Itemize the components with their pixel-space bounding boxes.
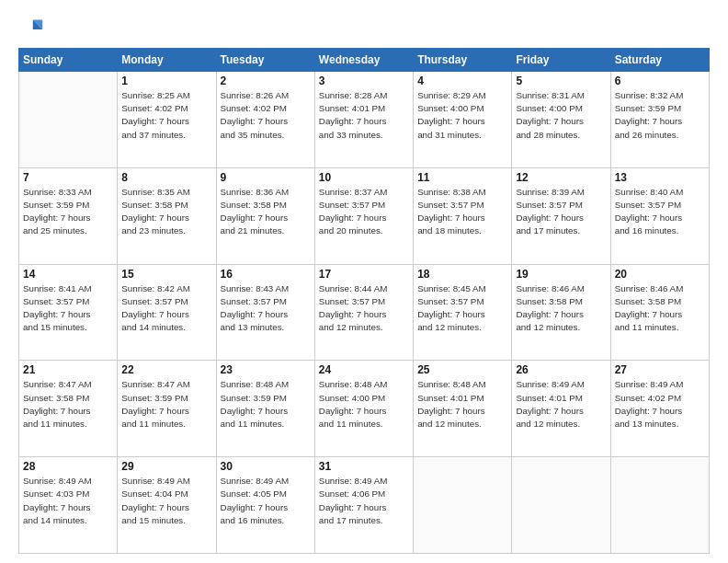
cell-info: Sunrise: 8:42 AM Sunset: 3:57 PM Dayligh… <box>121 282 211 335</box>
calendar-cell: 4Sunrise: 8:29 AM Sunset: 4:00 PM Daylig… <box>414 72 512 168</box>
page: SundayMondayTuesdayWednesdayThursdayFrid… <box>0 0 728 563</box>
calendar-cell: 3Sunrise: 8:28 AM Sunset: 4:01 PM Daylig… <box>314 72 413 168</box>
calendar-cell: 26Sunrise: 8:49 AM Sunset: 4:01 PM Dayli… <box>512 361 610 457</box>
calendar-cell: 23Sunrise: 8:48 AM Sunset: 3:59 PM Dayli… <box>216 361 314 457</box>
calendar-cell: 13Sunrise: 8:40 AM Sunset: 3:57 PM Dayli… <box>610 167 709 264</box>
cell-info: Sunrise: 8:36 AM Sunset: 3:58 PM Dayligh… <box>221 186 311 238</box>
calendar-cell: 17Sunrise: 8:44 AM Sunset: 3:57 PM Dayli… <box>314 264 413 361</box>
day-number: 27 <box>615 363 705 376</box>
cell-info: Sunrise: 8:43 AM Sunset: 3:57 PM Dayligh… <box>221 282 311 335</box>
day-number: 17 <box>319 268 409 281</box>
week-row-1: 7Sunrise: 8:33 AM Sunset: 3:59 PM Daylig… <box>19 167 710 264</box>
day-number: 6 <box>615 75 705 87</box>
cell-info: Sunrise: 8:26 AM Sunset: 4:02 PM Dayligh… <box>221 89 311 142</box>
cell-info: Sunrise: 8:25 AM Sunset: 4:02 PM Dayligh… <box>121 89 211 142</box>
cell-info: Sunrise: 8:48 AM Sunset: 4:01 PM Dayligh… <box>417 378 507 431</box>
cell-info: Sunrise: 8:46 AM Sunset: 3:58 PM Dayligh… <box>516 282 606 335</box>
calendar-cell: 24Sunrise: 8:48 AM Sunset: 4:00 PM Dayli… <box>314 361 413 457</box>
cell-info: Sunrise: 8:48 AM Sunset: 3:59 PM Dayligh… <box>221 378 311 431</box>
cell-info: Sunrise: 8:49 AM Sunset: 4:05 PM Dayligh… <box>221 475 311 527</box>
week-row-0: 1Sunrise: 8:25 AM Sunset: 4:02 PM Daylig… <box>19 72 710 168</box>
day-number: 30 <box>221 460 311 473</box>
calendar-cell: 6Sunrise: 8:32 AM Sunset: 3:59 PM Daylig… <box>610 72 709 168</box>
cell-info: Sunrise: 8:47 AM Sunset: 3:58 PM Dayligh… <box>23 378 113 431</box>
cell-info: Sunrise: 8:49 AM Sunset: 4:02 PM Dayligh… <box>615 378 705 431</box>
day-number: 29 <box>121 460 211 473</box>
cell-info: Sunrise: 8:41 AM Sunset: 3:57 PM Dayligh… <box>23 282 113 335</box>
calendar-cell: 25Sunrise: 8:48 AM Sunset: 4:01 PM Dayli… <box>414 361 512 457</box>
cell-info: Sunrise: 8:44 AM Sunset: 3:57 PM Dayligh… <box>319 282 409 335</box>
cell-info: Sunrise: 8:49 AM Sunset: 4:04 PM Dayligh… <box>121 475 211 527</box>
cell-info: Sunrise: 8:32 AM Sunset: 3:59 PM Dayligh… <box>615 89 705 142</box>
weekday-header-tuesday: Tuesday <box>216 49 314 72</box>
day-number: 1 <box>121 75 211 87</box>
day-number: 21 <box>23 363 113 376</box>
calendar-cell: 5Sunrise: 8:31 AM Sunset: 4:00 PM Daylig… <box>512 72 610 168</box>
week-row-2: 14Sunrise: 8:41 AM Sunset: 3:57 PM Dayli… <box>19 264 710 361</box>
cell-info: Sunrise: 8:49 AM Sunset: 4:01 PM Dayligh… <box>516 378 606 431</box>
calendar-cell: 31Sunrise: 8:49 AM Sunset: 4:06 PM Dayli… <box>314 457 413 554</box>
day-number: 2 <box>221 75 311 87</box>
day-number: 23 <box>221 363 311 376</box>
calendar-cell: 21Sunrise: 8:47 AM Sunset: 3:58 PM Dayli… <box>19 361 118 457</box>
day-number: 16 <box>221 268 311 281</box>
calendar-cell: 9Sunrise: 8:36 AM Sunset: 3:58 PM Daylig… <box>216 167 314 264</box>
day-number: 22 <box>121 363 211 376</box>
calendar-cell: 8Sunrise: 8:35 AM Sunset: 3:58 PM Daylig… <box>118 167 216 264</box>
calendar-cell: 14Sunrise: 8:41 AM Sunset: 3:57 PM Dayli… <box>19 264 118 361</box>
cell-info: Sunrise: 8:29 AM Sunset: 4:00 PM Dayligh… <box>417 89 507 142</box>
day-number: 15 <box>121 268 211 281</box>
calendar-body: 1Sunrise: 8:25 AM Sunset: 4:02 PM Daylig… <box>19 72 710 554</box>
day-number: 20 <box>615 268 705 281</box>
logo <box>18 17 48 42</box>
logo-icon <box>18 17 44 42</box>
calendar-cell: 2Sunrise: 8:26 AM Sunset: 4:02 PM Daylig… <box>216 72 314 168</box>
cell-info: Sunrise: 8:39 AM Sunset: 3:57 PM Dayligh… <box>516 186 606 238</box>
weekday-header-thursday: Thursday <box>414 49 512 72</box>
calendar-cell <box>610 457 709 554</box>
day-number: 4 <box>417 75 507 87</box>
week-row-3: 21Sunrise: 8:47 AM Sunset: 3:58 PM Dayli… <box>19 361 710 457</box>
day-number: 24 <box>319 363 409 376</box>
calendar-cell: 15Sunrise: 8:42 AM Sunset: 3:57 PM Dayli… <box>118 264 216 361</box>
cell-info: Sunrise: 8:28 AM Sunset: 4:01 PM Dayligh… <box>319 89 409 142</box>
calendar-cell: 18Sunrise: 8:45 AM Sunset: 3:57 PM Dayli… <box>414 264 512 361</box>
day-number: 31 <box>319 460 409 473</box>
calendar-cell <box>19 72 118 168</box>
day-number: 9 <box>221 171 311 184</box>
calendar-cell: 29Sunrise: 8:49 AM Sunset: 4:04 PM Dayli… <box>118 457 216 554</box>
cell-info: Sunrise: 8:33 AM Sunset: 3:59 PM Dayligh… <box>23 186 113 238</box>
weekday-header-monday: Monday <box>118 49 216 72</box>
day-number: 18 <box>417 268 507 281</box>
day-number: 11 <box>417 171 507 184</box>
calendar-cell: 27Sunrise: 8:49 AM Sunset: 4:02 PM Dayli… <box>610 361 709 457</box>
weekday-header-wednesday: Wednesday <box>314 49 413 72</box>
calendar-cell: 30Sunrise: 8:49 AM Sunset: 4:05 PM Dayli… <box>216 457 314 554</box>
cell-info: Sunrise: 8:49 AM Sunset: 4:03 PM Dayligh… <box>23 475 113 527</box>
calendar-header: SundayMondayTuesdayWednesdayThursdayFrid… <box>19 49 710 72</box>
day-number: 13 <box>615 171 705 184</box>
day-number: 5 <box>516 75 606 87</box>
cell-info: Sunrise: 8:46 AM Sunset: 3:58 PM Dayligh… <box>615 282 705 335</box>
cell-info: Sunrise: 8:48 AM Sunset: 4:00 PM Dayligh… <box>319 378 409 431</box>
cell-info: Sunrise: 8:31 AM Sunset: 4:00 PM Dayligh… <box>516 89 606 142</box>
calendar-cell <box>512 457 610 554</box>
weekday-header-friday: Friday <box>512 49 610 72</box>
cell-info: Sunrise: 8:47 AM Sunset: 3:59 PM Dayligh… <box>121 378 211 431</box>
calendar: SundayMondayTuesdayWednesdayThursdayFrid… <box>18 48 710 554</box>
day-number: 25 <box>417 363 507 376</box>
weekday-header-saturday: Saturday <box>610 49 709 72</box>
calendar-cell: 12Sunrise: 8:39 AM Sunset: 3:57 PM Dayli… <box>512 167 610 264</box>
calendar-cell: 11Sunrise: 8:38 AM Sunset: 3:57 PM Dayli… <box>414 167 512 264</box>
calendar-cell: 19Sunrise: 8:46 AM Sunset: 3:58 PM Dayli… <box>512 264 610 361</box>
calendar-cell: 10Sunrise: 8:37 AM Sunset: 3:57 PM Dayli… <box>314 167 413 264</box>
calendar-cell: 28Sunrise: 8:49 AM Sunset: 4:03 PM Dayli… <box>19 457 118 554</box>
cell-info: Sunrise: 8:35 AM Sunset: 3:58 PM Dayligh… <box>121 186 211 238</box>
day-number: 12 <box>516 171 606 184</box>
day-number: 26 <box>516 363 606 376</box>
day-number: 14 <box>23 268 113 281</box>
cell-info: Sunrise: 8:49 AM Sunset: 4:06 PM Dayligh… <box>319 475 409 527</box>
cell-info: Sunrise: 8:38 AM Sunset: 3:57 PM Dayligh… <box>417 186 507 238</box>
cell-info: Sunrise: 8:40 AM Sunset: 3:57 PM Dayligh… <box>615 186 705 238</box>
day-number: 3 <box>319 75 409 87</box>
